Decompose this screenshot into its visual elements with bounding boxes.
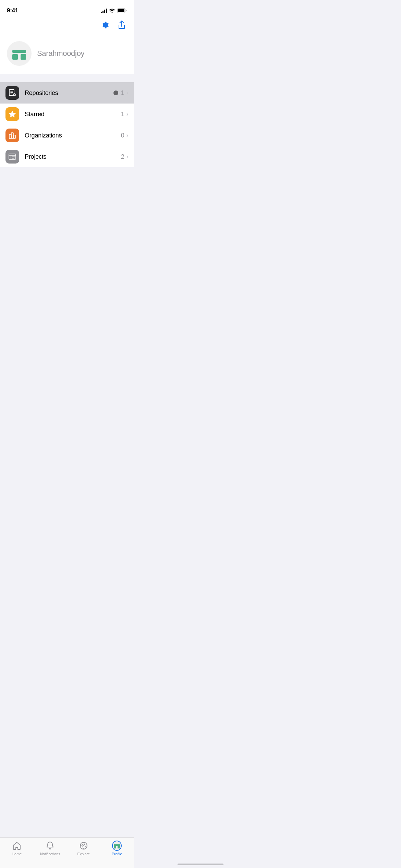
menu-item-projects[interactable]: Projects 2 ›	[0, 146, 134, 167]
gray-fill	[0, 167, 134, 270]
svg-rect-17	[12, 157, 15, 157]
organizations-count: 0	[121, 132, 124, 139]
starred-chevron: ›	[126, 111, 128, 117]
starred-count: 1	[121, 111, 124, 118]
status-bar: 9:41	[0, 0, 134, 17]
header-area	[0, 17, 134, 36]
svg-line-10	[15, 96, 16, 96]
share-button[interactable]	[117, 20, 127, 30]
settings-button[interactable]	[100, 20, 110, 30]
signal-icon	[101, 8, 107, 13]
repositories-label: Repositories	[25, 89, 113, 97]
menu-section: Repositories 1 › Starred 1 › Organizatio…	[0, 82, 134, 167]
status-icons	[101, 8, 127, 13]
organizations-icon	[5, 129, 19, 142]
menu-item-starred[interactable]: Starred 1 ›	[0, 104, 134, 125]
organizations-chevron: ›	[126, 132, 128, 138]
profile-section: Sarahmoodjoy	[0, 36, 134, 74]
svg-rect-1	[118, 9, 124, 12]
repositories-count: 1	[121, 89, 124, 97]
projects-chevron: ›	[126, 154, 128, 160]
menu-item-repositories[interactable]: Repositories 1 ›	[0, 82, 134, 104]
battery-icon	[117, 8, 127, 13]
svg-rect-18	[12, 158, 14, 159]
menu-item-organizations[interactable]: Organizations 0 ›	[0, 125, 134, 146]
svg-rect-12	[11, 133, 13, 138]
starred-icon	[5, 107, 19, 121]
avatar	[7, 41, 32, 66]
repositories-icon	[5, 86, 19, 100]
svg-rect-13	[13, 135, 15, 138]
svg-rect-3	[12, 54, 18, 60]
dot-indicator	[113, 91, 118, 95]
status-time: 9:41	[7, 7, 18, 14]
starred-label: Starred	[25, 111, 121, 118]
svg-rect-2	[12, 50, 26, 53]
projects-label: Projects	[25, 153, 121, 160]
username: Sarahmoodjoy	[37, 49, 84, 58]
projects-count: 2	[121, 153, 124, 160]
wifi-icon	[109, 8, 115, 13]
organizations-label: Organizations	[25, 132, 121, 139]
repositories-chevron: ›	[126, 90, 128, 96]
avatar-logo	[10, 45, 28, 62]
svg-rect-4	[21, 54, 26, 60]
svg-rect-11	[9, 134, 11, 138]
projects-icon	[5, 150, 19, 164]
